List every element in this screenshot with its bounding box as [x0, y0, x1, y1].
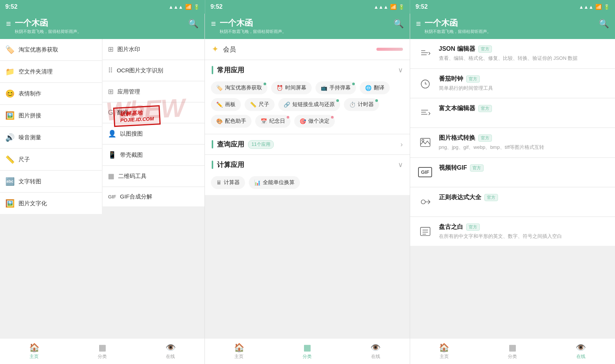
category-label-right: 分类	[508, 353, 517, 360]
chip-label: 时间屏幕	[285, 84, 306, 91]
app-chip-calculator[interactable]: 🖩 计算器	[211, 176, 245, 189]
list-item-gif[interactable]: GIF GIF合成分解	[103, 187, 204, 206]
qrcode-label: 二维码工具	[118, 173, 147, 180]
folder-label: 空文件夹清理	[19, 68, 53, 75]
translate-label: 翻译	[117, 109, 128, 116]
app-chip-unit[interactable]: 📊 全能单位换算	[249, 176, 300, 189]
photo-label: 图片拼接	[19, 112, 41, 119]
pangu-icon	[417, 223, 434, 240]
app-chip-timer[interactable]: ⏱️ 计时器	[344, 98, 379, 111]
member-icon: ✦	[212, 44, 219, 54]
nav-home-left[interactable]: 🏠 主页	[0, 339, 68, 364]
wifi-icon-left: 📶	[185, 4, 192, 10]
app-chip-anniversary[interactable]: 📅 纪念日	[255, 115, 290, 128]
online-icon-left: 👁️	[165, 343, 176, 353]
ocr-label: OCR图片文字识别	[117, 67, 163, 74]
photo-icon: 🖼️	[5, 111, 15, 120]
chip-label: 翻译	[374, 84, 384, 91]
list-item-folder[interactable]: 📁 空文件夹清理	[0, 61, 102, 82]
list-item-taobao[interactable]: 🏷️ 淘宝优惠券获取	[0, 39, 102, 60]
nav-category-left[interactable]: ▦ 分类	[68, 339, 136, 364]
taobao-label: 淘宝优惠券获取	[19, 46, 58, 53]
common-apps-grid: 🏷️ 淘宝优惠券获取 ⏰ 时间屏幕 📺 手持弹幕 🌐	[205, 80, 409, 134]
category-calc-header[interactable]: 计算应用 ∨	[205, 155, 409, 175]
watermark-label: 图片水印	[117, 46, 140, 53]
nav-home-mid[interactable]: 🏠 主页	[205, 339, 273, 364]
list-item-photo[interactable]: 🖼️ 图片拼接	[0, 105, 102, 126]
list-item-imgsearch[interactable]: 👤 以图搜图	[103, 123, 204, 144]
chip-label: 画板	[225, 101, 236, 108]
home-label-mid: 主页	[234, 353, 244, 360]
search-icon-mid[interactable]: 🔍	[393, 19, 404, 29]
category-icon-left: ▦	[98, 343, 106, 353]
nav-online-left[interactable]: 👁️ 在线	[136, 339, 204, 364]
nav-category-mid[interactable]: ▦ 分类	[273, 339, 341, 364]
video-gif-name: 视频转GIF	[439, 164, 467, 172]
home-icon-left: 🏠	[29, 343, 39, 353]
category-common-header[interactable]: 常用应用 ∨	[205, 60, 409, 80]
app-chip-translate[interactable]: 🌐 翻译	[360, 81, 390, 94]
list-item-img2text[interactable]: 🖼️ 图片文字化	[0, 193, 102, 214]
rich-editor-badge: 官方	[478, 105, 492, 112]
emoji-label: 表情制作	[19, 90, 41, 97]
list-item-translate[interactable]: G 翻译	[103, 103, 204, 123]
nav-online-mid[interactable]: 👁️ 在线	[341, 339, 409, 364]
tomato-clock-name: 番茄时钟	[439, 75, 463, 83]
menu-icon-mid[interactable]: ≡	[211, 19, 216, 29]
list-item-watermark[interactable]: ⊞ 图片水印	[103, 39, 204, 59]
menu-icon-left[interactable]: ≡	[6, 19, 11, 29]
tool-tomato-clock[interactable]: 番茄时钟 官方 简单易行的时间管理工具	[410, 69, 615, 98]
list-item-noise[interactable]: 🔊 噪音测量	[0, 127, 102, 148]
list-item-screenshot[interactable]: 📱 带壳截图	[103, 145, 204, 165]
list-item-qrcode[interactable]: ▦ 二维码工具	[103, 166, 204, 186]
app-chip-shortlink[interactable]: 🔗 短链接生成与还原	[278, 98, 340, 111]
ruler-label: 尺子	[19, 156, 30, 163]
list-item-appmanager[interactable]: ⊞ 应用管理	[103, 81, 204, 102]
category-calc-title: 计算应用	[217, 160, 398, 169]
online-label-mid: 在线	[371, 353, 380, 360]
signal-icon-right: ▲▲▲	[579, 4, 593, 10]
category-query-title: 查询应用	[217, 140, 244, 149]
img-convert-badge: 官方	[478, 134, 492, 142]
app-chip-draw[interactable]: ✏️ 画板	[211, 98, 241, 111]
nav-online-right[interactable]: 👁️ 在线	[546, 339, 615, 364]
img2text-label: 图片文字化	[19, 200, 47, 207]
watermark-icon: ⊞	[108, 45, 114, 53]
list-item-ocr[interactable]: ⠿ OCR图片文字识别	[103, 60, 204, 81]
app-chip-decide[interactable]: 🎯 做个决定	[294, 115, 335, 128]
ruler-icon: 📏	[5, 155, 15, 164]
appmanager-label: 应用管理	[117, 88, 140, 95]
list-item-ruler[interactable]: 📏 尺子	[0, 149, 102, 170]
regex-name: 正则表达式大全	[439, 194, 481, 202]
tool-img-convert[interactable]: 图片格式转换 官方 png、jpg、gif、webp、bmp、tiff等图片格式…	[410, 128, 615, 157]
tool-video-gif[interactable]: GIF 视频转GIF 官方	[410, 158, 615, 187]
wifi-icon-mid: 📶	[390, 4, 396, 10]
chip-label: 全能单位换算	[263, 179, 295, 186]
search-icon-left[interactable]: 🔍	[188, 19, 198, 29]
json-editor-badge: 官方	[478, 45, 492, 53]
pangu-desc: 在所有的中文字和半形的英文、数字、符号之间插入空白	[439, 233, 562, 240]
list-item-emoji[interactable]: 😊 表情制作	[0, 83, 102, 104]
search-icon-right[interactable]: 🔍	[599, 19, 609, 29]
chip-label: 做个决定	[308, 118, 329, 125]
app-chip-marquee[interactable]: 📺 手持弹幕	[315, 81, 356, 94]
screenshot-icon: 📱	[108, 151, 116, 159]
app-chip-timescreen[interactable]: ⏰ 时间屏幕	[271, 81, 312, 94]
menu-icon-right[interactable]: ≡	[416, 19, 421, 29]
gif-label: GIF合成分解	[120, 193, 152, 200]
tool-pangu[interactable]: 盘古之白 官方 在所有的中文字和半形的英文、数字、符号之间插入空白	[410, 217, 615, 246]
category-icon-right: ▦	[509, 343, 517, 353]
list-item-text2img[interactable]: 🔤 文字转图	[0, 171, 102, 192]
app-chip-ruler[interactable]: 📏 尺子	[245, 98, 275, 111]
member-bar[interactable]: ✦ 会员	[205, 39, 409, 59]
category-label-left: 分类	[98, 353, 107, 360]
app-chip-color[interactable]: 🎨 配色助手	[211, 115, 251, 128]
tool-json-editor[interactable]: JSON 编辑器 官方 查看、编辑、格式化、修复、比较、转换、验证你的 JSON…	[410, 39, 615, 68]
tool-rich-editor[interactable]: 富文本编辑器 官方	[410, 98, 615, 127]
tool-regex[interactable]: 正则表达式大全 官方	[410, 187, 615, 216]
category-query-header[interactable]: 查询应用 11个应用 ›	[205, 134, 409, 154]
chip-label: 短链接生成与还原	[292, 101, 335, 108]
nav-category-right[interactable]: ▦ 分类	[478, 339, 546, 364]
nav-home-right[interactable]: 🏠 主页	[410, 339, 478, 364]
app-chip-taobao[interactable]: 🏷️ 淘宝优惠券获取	[211, 81, 267, 94]
